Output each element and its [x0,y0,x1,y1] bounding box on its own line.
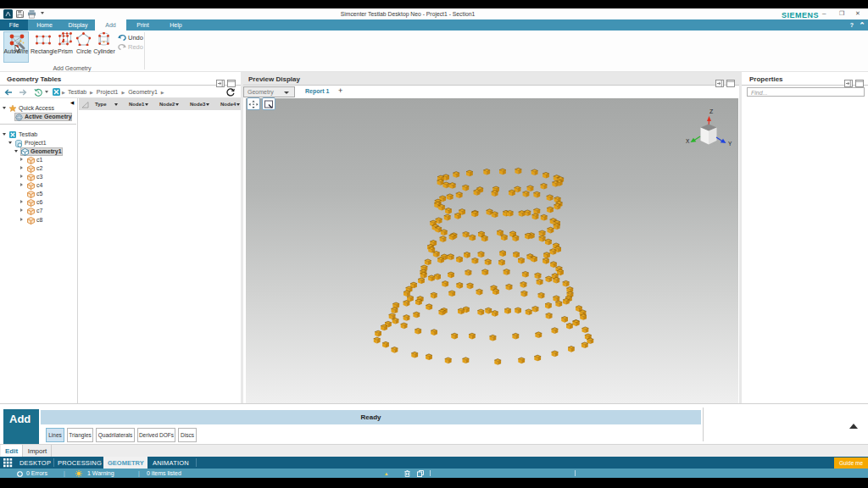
svg-text:Z: Z [709,108,714,114]
svg-text:Y: Y [728,141,732,147]
svg-text:X: X [686,138,690,144]
